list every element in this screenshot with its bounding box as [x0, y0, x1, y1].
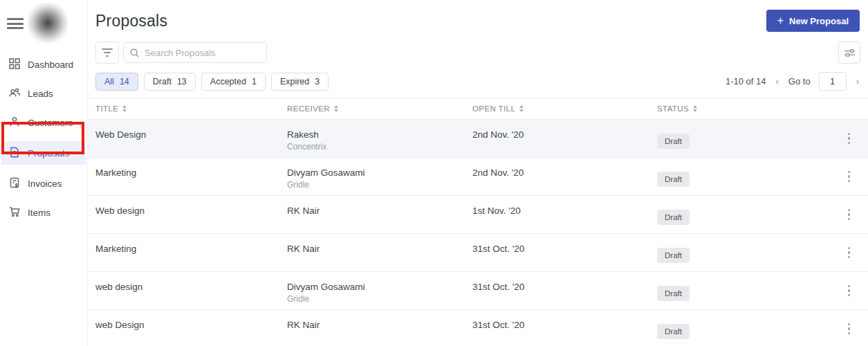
- prev-page-icon[interactable]: ‹: [775, 76, 780, 86]
- pagination: 1-10 of 14 ‹ Go to ›: [726, 72, 860, 91]
- cell-actions: [830, 234, 868, 271]
- cell-status: Draft: [657, 158, 830, 195]
- sidebar-item-label: Invoices: [28, 179, 62, 189]
- status-badge: Draft: [657, 172, 690, 187]
- table-row[interactable]: MarketingRK Nair31st Oct. '20Draft: [88, 234, 868, 272]
- cell-status: Draft: [657, 196, 830, 233]
- column-header-title[interactable]: TITLE: [95, 104, 287, 113]
- column-label: OPEN TILL: [472, 104, 515, 113]
- sidebar-item-label: Customers: [28, 118, 73, 128]
- cell-receiver: Divyam GosawamiGridle: [287, 272, 472, 309]
- tab-label: All: [104, 77, 114, 86]
- row-menu-icon[interactable]: [845, 320, 853, 338]
- next-page-icon[interactable]: ›: [855, 76, 860, 86]
- receiver-company: Gridle: [287, 294, 472, 304]
- cell-title: web Design: [95, 310, 287, 346]
- sidebar-item-items[interactable]: Items: [0, 202, 87, 223]
- column-header-open-till[interactable]: OPEN TILL: [472, 104, 657, 113]
- status-badge: Draft: [657, 286, 690, 301]
- app-logo: [28, 3, 68, 43]
- sort-icon: [693, 105, 697, 112]
- sidebar-item-leads[interactable]: Leads: [0, 83, 87, 104]
- sidebar-item-customers[interactable]: Customers: [0, 112, 87, 133]
- table-row[interactable]: Web DesignRakeshConcentrix2nd Nov. '20Dr…: [88, 120, 868, 158]
- document-icon: [8, 146, 21, 161]
- sidebar-item-label: Leads: [28, 89, 53, 99]
- sliders-icon: [844, 48, 856, 58]
- row-menu-icon[interactable]: [845, 130, 853, 147]
- status-badge: Draft: [657, 134, 690, 149]
- cell-open-till: 2nd Nov. '20: [472, 120, 657, 157]
- tab-count: 3: [315, 77, 320, 86]
- column-label: STATUS: [657, 104, 689, 113]
- cell-receiver: RakeshConcentrix: [287, 120, 472, 157]
- sidebar-item-dashboard[interactable]: Dashboard: [0, 54, 87, 75]
- tab-accepted[interactable]: Accepted1: [201, 73, 266, 91]
- tab-all[interactable]: All14: [95, 73, 138, 91]
- row-menu-icon[interactable]: [845, 244, 853, 262]
- app-window: DashboardLeadsCustomersProposals$Invoice…: [0, 0, 868, 346]
- status-badge: Draft: [657, 248, 690, 263]
- person-icon: [8, 116, 21, 130]
- tab-label: Accepted: [210, 77, 246, 86]
- row-menu-icon[interactable]: [845, 206, 853, 224]
- cell-title: Marketing: [95, 234, 287, 271]
- new-proposal-button[interactable]: + New Proposal: [766, 10, 860, 32]
- cell-open-till: 2nd Nov. '20: [472, 158, 657, 195]
- sidebar-header: [0, 6, 87, 42]
- row-menu-icon[interactable]: [845, 168, 853, 185]
- sort-icon: [519, 105, 524, 112]
- receiver-name: RK Nair: [287, 244, 472, 254]
- cell-actions: [830, 272, 868, 309]
- search-icon: [129, 48, 140, 58]
- cell-title: Web design: [95, 196, 287, 233]
- receiver-company: Gridle: [287, 180, 472, 190]
- table-row[interactable]: web DesignRK Nair31st Oct. '20Draft: [88, 310, 868, 346]
- people-icon: [8, 86, 21, 101]
- sidebar-item-proposals[interactable]: Proposals: [1, 141, 86, 165]
- table-row[interactable]: MarketingDivyam GosawamiGridle2nd Nov. '…: [88, 158, 868, 196]
- hamburger-menu-icon[interactable]: [7, 18, 24, 29]
- column-label: RECEIVER: [287, 104, 330, 113]
- cell-receiver: RK Nair: [287, 196, 472, 233]
- sidebar-item-label: Proposals: [28, 148, 69, 158]
- cell-open-till: 31st Oct. '20: [472, 234, 657, 271]
- cell-receiver: RK Nair: [287, 310, 472, 346]
- main-content: Proposals + New Proposal: [88, 0, 868, 346]
- status-tabs: All14Draft13Accepted1Expired3: [95, 73, 334, 91]
- cell-receiver: RK Nair: [287, 234, 472, 271]
- receiver-name: Divyam Gosawami: [287, 282, 472, 292]
- column-settings-button[interactable]: [838, 42, 860, 64]
- sidebar-item-invoices[interactable]: $Invoices: [0, 173, 87, 194]
- search-input[interactable]: [145, 48, 248, 58]
- filter-button[interactable]: [95, 42, 119, 64]
- cell-status: Draft: [657, 310, 830, 346]
- tab-draft[interactable]: Draft13: [144, 73, 196, 91]
- cell-status: Draft: [657, 120, 830, 157]
- sort-icon: [334, 105, 338, 112]
- tabs-row: All14Draft13Accepted1Expired3 1-10 of 14…: [88, 66, 868, 98]
- receiver-name: Divyam Gosawami: [287, 167, 472, 178]
- row-menu-icon[interactable]: [845, 282, 853, 300]
- cell-open-till: 1st Nov. '20: [472, 196, 657, 233]
- table-row[interactable]: web designDivyam GosawamiGridle31st Oct.…: [88, 272, 868, 310]
- cell-actions: [830, 310, 868, 346]
- grid-icon: [8, 57, 21, 72]
- goto-page-input[interactable]: [819, 72, 847, 91]
- proposals-table: TITLERECEIVEROPEN TILLSTATUS Web DesignR…: [88, 98, 868, 346]
- cell-open-till: 31st Oct. '20: [472, 272, 657, 309]
- table-header: TITLERECEIVEROPEN TILLSTATUS: [88, 98, 868, 120]
- invoice-icon: $: [8, 176, 21, 191]
- new-proposal-label: New Proposal: [789, 16, 849, 26]
- table-row[interactable]: Web designRK Nair1st Nov. '20Draft: [88, 196, 868, 234]
- column-header-status[interactable]: STATUS: [657, 104, 830, 113]
- pagination-range: 1-10 of 14: [726, 76, 766, 86]
- cell-open-till: 31st Oct. '20: [472, 310, 657, 346]
- tab-expired[interactable]: Expired3: [271, 73, 329, 91]
- cart-icon: [8, 206, 21, 220]
- tab-count: 14: [120, 77, 129, 86]
- tab-label: Draft: [153, 77, 172, 86]
- column-header-receiver[interactable]: RECEIVER: [287, 104, 472, 113]
- cell-title: web design: [95, 272, 287, 309]
- page-title: Proposals: [95, 12, 167, 30]
